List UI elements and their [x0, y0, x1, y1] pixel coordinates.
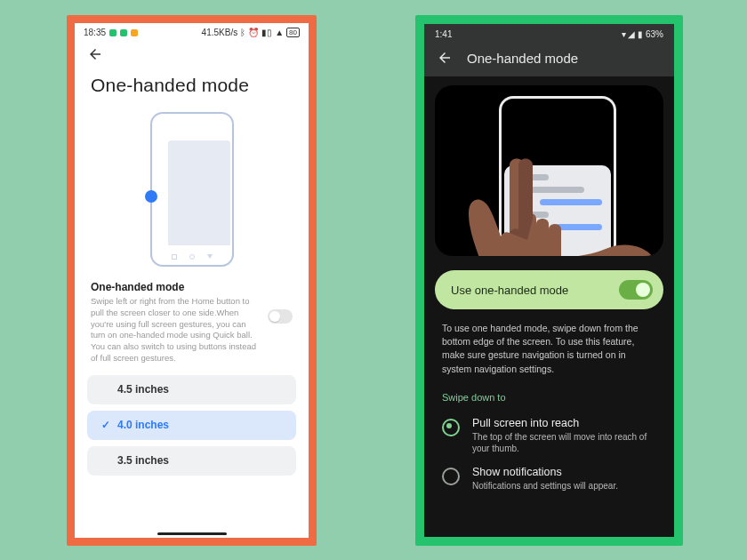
page-title: One-handed mode — [75, 66, 309, 108]
status-app-indicator-icon — [109, 29, 116, 36]
right-phone-screen: 1:41 ▾ ◢ ▮ 63% One-handed mode — [424, 24, 674, 537]
right-phone-frame: 1:41 ▾ ◢ ▮ 63% One-handed mode — [415, 15, 683, 546]
one-handed-mode-row: One-handed mode Swipe left or right from… — [75, 267, 309, 366]
left-phone-frame: 18:35 41.5KB/s ᛒ ⏰ ▮▯ ▲ 80 One-handed mo… — [67, 15, 317, 546]
status-app-indicator-icon — [131, 29, 138, 36]
setting-description: Swipe left or right from the Home button… — [91, 296, 261, 364]
radio-show-notifications[interactable]: Show notifications Notifications and set… — [424, 457, 674, 494]
section-header: Swipe down to — [424, 376, 674, 408]
battery-icon: ▮ — [638, 29, 643, 39]
battery-icon: 80 — [286, 28, 300, 37]
toggle-switch[interactable] — [619, 280, 653, 300]
check-icon: ✓ — [100, 419, 112, 431]
status-app-indicator-icon — [120, 29, 127, 36]
radio-description: The top of the screen will move into rea… — [472, 431, 656, 455]
radio-button-icon — [442, 468, 460, 485]
hero-illustration — [435, 85, 663, 256]
option-label: 3.5 inches — [117, 454, 169, 467]
size-option-40[interactable]: ✓ 4.0 inches — [87, 411, 296, 440]
status-bar: 18:35 41.5KB/s ᛒ ⏰ ▮▯ ▲ 80 — [75, 23, 309, 39]
status-bar: 1:41 ▾ ◢ ▮ 63% — [424, 24, 674, 41]
size-option-35[interactable]: 3.5 inches — [87, 446, 296, 476]
one-handed-illustration — [75, 112, 309, 267]
option-label: 4.0 inches — [117, 419, 169, 431]
size-option-45[interactable]: 4.5 inches — [87, 375, 296, 404]
radio-title: Show notifications — [472, 466, 618, 478]
gesture-bar — [157, 532, 227, 535]
radio-pull-screen[interactable]: Pull screen into reach The top of the sc… — [424, 408, 674, 457]
radio-button-icon — [442, 419, 460, 436]
back-button[interactable] — [437, 50, 453, 66]
app-bar: One-handed mode — [424, 41, 674, 76]
signal-icon: ▮▯ — [261, 28, 272, 37]
arrow-left-icon — [437, 50, 453, 66]
left-phone-screen: 18:35 41.5KB/s ᛒ ⏰ ▮▯ ▲ 80 One-handed mo… — [75, 23, 309, 538]
option-label: 4.5 inches — [117, 383, 169, 396]
size-options: 4.5 inches ✓ 4.0 inches 3.5 inches — [75, 366, 309, 476]
help-text: To use one handed mode, swipe down from … — [424, 309, 674, 376]
arrow-left-icon — [87, 46, 103, 62]
status-time: 1:41 — [435, 29, 452, 39]
page-title: One-handed mode — [467, 51, 578, 66]
bluetooth-icon: ᛒ — [240, 28, 245, 37]
battery-percent: 63% — [646, 29, 663, 39]
one-handed-toggle[interactable] — [268, 309, 293, 324]
toggle-label: Use one-handed mode — [451, 284, 568, 297]
radio-description: Notifications and settings will appear. — [472, 480, 618, 492]
alarm-icon: ⏰ — [248, 28, 259, 37]
radio-title: Pull screen into reach — [472, 417, 656, 429]
signal-icon: ◢ — [628, 29, 635, 39]
wifi-icon: ▲ — [275, 28, 284, 37]
setting-title: One-handed mode — [91, 281, 261, 293]
drag-handle-icon — [145, 190, 157, 203]
back-button[interactable] — [75, 39, 309, 66]
status-network-speed: 41.5KB/s — [202, 28, 238, 37]
wifi-icon: ▾ — [622, 29, 626, 39]
use-one-handed-toggle-row[interactable]: Use one-handed mode — [435, 270, 663, 309]
hand-icon — [469, 149, 655, 256]
status-time: 18:35 — [84, 28, 106, 37]
